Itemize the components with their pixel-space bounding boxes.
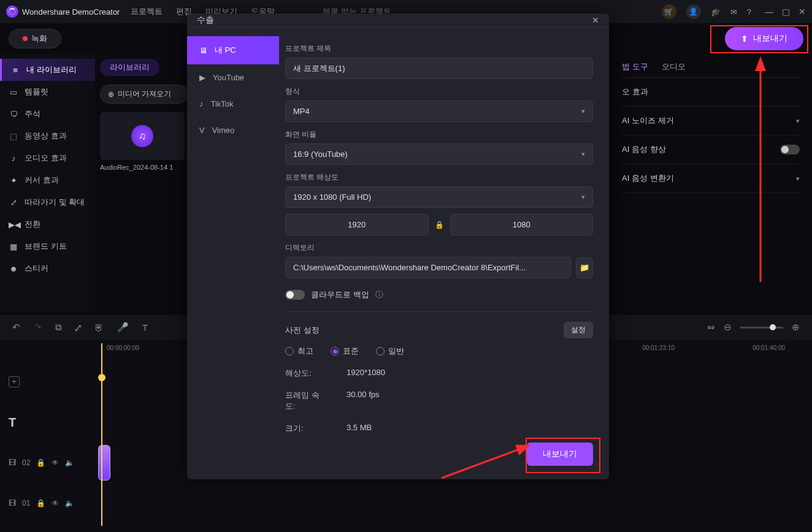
tab-youtube[interactable]: ▶YouTube [187, 64, 279, 91]
sidebar-item-cursorfx[interactable]: ✦커서 효과 [0, 169, 95, 191]
import-media-button[interactable]: ⊕ 미디어 가져오기 [100, 85, 188, 104]
tab-library[interactable]: 라이브러리 [100, 59, 159, 76]
label-dir: 디렉토리 [285, 243, 593, 253]
mute-icon[interactable]: 🔈 [65, 458, 74, 467]
rp-row-effects[interactable]: 오 효과 [622, 78, 800, 107]
dialog-header: 수출 ✕ [187, 13, 609, 28]
logo-icon [6, 6, 18, 18]
help-icon[interactable]: ? [747, 7, 751, 17]
sidebar-item-audiofx[interactable]: ♪오디오 효과 [0, 147, 95, 169]
rp-row-noise[interactable]: AI 노이즈 제거▾ [622, 107, 800, 135]
mute-icon[interactable]: 🔈 [65, 499, 74, 507]
lock-icon[interactable]: 🔒 [36, 458, 45, 467]
close-icon[interactable]: ✕ [799, 7, 806, 17]
export-button[interactable]: 내보내기 [527, 443, 593, 466]
v-fps: 30.00 fps [347, 390, 380, 412]
sidebar-item-videofx[interactable]: ⬚동영상 효과 [0, 125, 95, 147]
preset-settings-button[interactable]: 설정 [564, 322, 593, 338]
fit-icon[interactable]: ⇔ [707, 322, 715, 333]
tab-audio[interactable]: 오디오 [662, 61, 686, 72]
sidebar-item-sticker[interactable]: ☻스티커 [0, 257, 95, 279]
sidebar-item-annotation[interactable]: 🗨주석 [0, 103, 95, 125]
add-track-button[interactable]: + [9, 376, 20, 387]
redo-icon[interactable]: ↷ [34, 322, 42, 333]
audio-clip[interactable] [98, 445, 110, 481]
record-label: 녹화 [31, 33, 47, 44]
resolution-select[interactable]: 1920 x 1080 (Full HD)▾ [285, 186, 593, 208]
user-icon[interactable]: 👤 [686, 4, 701, 19]
ratio-select[interactable]: 16:9 (YouTube)▾ [285, 143, 593, 165]
track-01: 🎞 01 🔒 👁 🔈 [9, 483, 803, 523]
project-title-input[interactable] [285, 58, 593, 79]
mail-icon[interactable]: ✉ [730, 7, 737, 17]
height-input[interactable] [450, 214, 594, 235]
sidebar-label: 주석 [25, 108, 40, 120]
sidebar-item-template[interactable]: ▭템플릿 [0, 81, 95, 103]
zoomin-icon[interactable]: ⊕ [792, 322, 800, 333]
lock-icon[interactable]: 🔒 [435, 221, 444, 229]
crop-icon[interactable]: ⧉ [55, 322, 62, 333]
shield-icon[interactable]: ⛨ [94, 322, 104, 333]
radio-normal[interactable]: 일반 [376, 346, 404, 357]
tab-tiktok[interactable]: ♪TikTok [187, 91, 279, 117]
radio-label: 표준 [343, 346, 359, 357]
chevron-down-icon: ▾ [796, 175, 800, 183]
mic-icon[interactable]: 🎤 [117, 322, 129, 333]
menu-project[interactable]: 프로젝트 [131, 6, 163, 17]
format-select[interactable]: MP4▾ [285, 101, 593, 122]
sticker-icon: ☻ [9, 264, 18, 273]
k-size: 크기: [285, 423, 328, 434]
export-top-button[interactable]: ⬆ 내보내기 [725, 27, 803, 50]
tab-mypc[interactable]: 🖥내 PC [187, 36, 279, 64]
app-name: Wondershare DemoCreator [22, 7, 120, 17]
tab-vimeo[interactable]: VVimeo [187, 117, 279, 143]
cut-icon[interactable]: ⑇ [75, 322, 81, 333]
directory-input[interactable] [285, 257, 571, 278]
lock-icon[interactable]: 🔒 [36, 499, 45, 507]
radio-best[interactable]: 최고 [285, 346, 313, 357]
undo-icon[interactable]: ↶ [12, 322, 20, 333]
record-button[interactable]: 녹화 [9, 29, 61, 48]
chevron-down-icon: ▾ [581, 107, 585, 115]
rp-label: AI 노이즈 제거 [622, 115, 674, 126]
panzoom-icon: ⤢ [9, 198, 18, 207]
sidebar-item-brandkit[interactable]: ▦브랜드 키트 [0, 235, 95, 257]
sidebar-item-library[interactable]: ≡내 라이브러리 [0, 59, 95, 81]
toggle-enhance[interactable] [780, 145, 800, 154]
media-thumb[interactable]: ♫ [100, 112, 185, 160]
dialog-close-icon[interactable]: ✕ [592, 15, 599, 25]
sidebar-label: 스티커 [25, 263, 48, 274]
radio-icon [285, 347, 294, 355]
playhead[interactable] [101, 343, 102, 526]
monitor-icon: 🖥 [199, 46, 207, 55]
tab-legal-tools[interactable]: 법 도구 [622, 61, 648, 72]
width-input[interactable] [285, 214, 429, 235]
radio-standard[interactable]: 표준 [331, 346, 359, 357]
eye-icon[interactable]: 👁 [52, 499, 59, 507]
eye-icon[interactable]: 👁 [52, 458, 59, 467]
zoomout-icon[interactable]: ⊖ [724, 322, 732, 333]
zoom-slider[interactable] [740, 327, 783, 329]
minimize-icon[interactable]: — [765, 7, 773, 17]
chevron-down-icon: ▾ [796, 117, 800, 125]
cloud-backup-toggle[interactable] [285, 290, 305, 300]
sidebar-label: 오디오 효과 [25, 153, 67, 164]
rp-row-enhance[interactable]: AI 음성 향상 [622, 135, 800, 164]
k-res: 해상도: [285, 368, 328, 379]
text-icon[interactable]: T [142, 322, 148, 333]
info-icon[interactable]: ⓘ [375, 289, 383, 300]
folder-browse-button[interactable]: 📁 [576, 257, 593, 278]
folder-icon: 📁 [580, 263, 589, 272]
tab-label: Vimeo [212, 126, 235, 135]
time-1: 00:01:23:10 [642, 344, 675, 351]
rp-row-voice[interactable]: AI 음성 변환기▾ [622, 164, 800, 193]
sidebar-item-transition[interactable]: ▶◀전환 [0, 213, 95, 235]
brandkit-icon: ▦ [9, 242, 18, 251]
cart-icon[interactable]: 🛒 [662, 4, 676, 19]
right-panel: 법 도구 오디오 오 효과 AI 노이즈 제거▾ AI 음성 향상 AI 음성 … [610, 54, 812, 311]
maximize-icon[interactable]: ▢ [782, 7, 790, 17]
sidebar-item-panzoom[interactable]: ⤢따라가기 및 확대 [0, 191, 95, 213]
radio-icon [331, 347, 339, 355]
chevron-down-icon: ▾ [581, 150, 585, 158]
academy-icon[interactable]: 🎓 [711, 7, 721, 17]
